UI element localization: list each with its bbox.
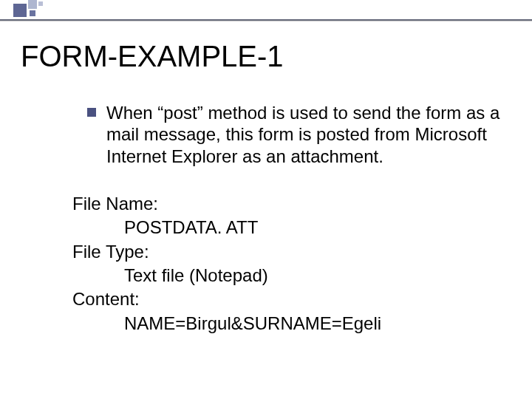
bullet-text: When “post” method is used to send the f… [106,102,502,167]
file-name-label: File Name: [72,192,502,216]
decor-rule-light [0,21,532,21]
decor-square-large [13,4,27,17]
bullet-item: When “post” method is used to send the f… [87,102,502,167]
decor-square-medium [28,0,37,9]
decor-square-small-2 [38,1,43,6]
content-value: NAME=Birgul&SURNAME=Egeli [72,312,502,335]
slide-title: FORM-EXAMPLE-1 [21,40,284,73]
file-type-value: Text file (Notepad) [72,264,502,287]
definition-list: File Name: POSTDATA. ATT File Type: Text… [72,192,502,335]
slide-body: When “post” method is used to send the f… [87,102,502,335]
slide-header-decoration [0,0,532,24]
content-label: Content: [72,287,502,311]
file-name-value: POSTDATA. ATT [72,216,502,239]
file-type-label: File Type: [72,240,502,264]
square-bullet-icon [87,108,96,117]
decor-square-small-1 [30,10,35,16]
